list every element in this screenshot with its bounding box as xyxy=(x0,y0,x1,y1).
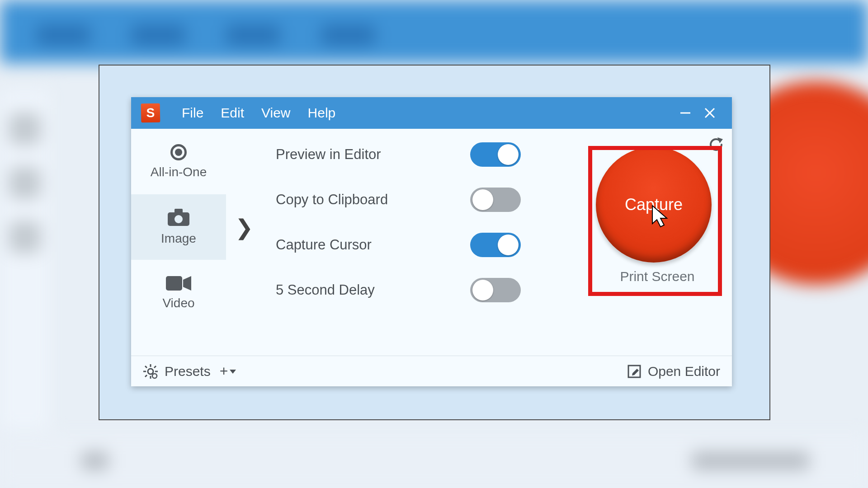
undo-icon xyxy=(707,135,726,154)
options-panel: Preview in Editor Copy to Clipboard Capt… xyxy=(226,129,583,356)
mode-all-in-one[interactable]: All-in-One xyxy=(131,129,226,194)
svg-point-5 xyxy=(175,215,183,223)
screenshot-frame: S File Edit View Help All-i xyxy=(99,65,770,420)
video-icon xyxy=(166,275,191,291)
open-editor-button[interactable]: Open Editor xyxy=(627,364,720,379)
window-minimize-button[interactable] xyxy=(673,101,698,125)
option-row: Capture Cursor xyxy=(276,230,583,259)
title-bar: S File Edit View Help xyxy=(131,97,732,129)
menu-file[interactable]: File xyxy=(182,105,203,121)
capture-button[interactable]: Capture xyxy=(596,147,712,263)
svg-point-19 xyxy=(152,374,157,378)
camera-icon xyxy=(167,209,190,227)
app-logo-icon: S xyxy=(141,103,160,123)
toggle-capture-cursor[interactable] xyxy=(470,233,521,257)
toggle-5-second-delay[interactable] xyxy=(470,278,521,302)
add-preset-button[interactable]: + xyxy=(220,363,236,380)
svg-rect-6 xyxy=(166,276,182,291)
capture-pane: Capture Print Screen xyxy=(583,129,732,356)
reset-button[interactable] xyxy=(707,135,726,156)
menu-view[interactable]: View xyxy=(261,105,290,121)
svg-point-10 xyxy=(148,369,153,374)
mode-label: Image xyxy=(161,231,196,246)
main-area: All-in-One Image ❯ Video xyxy=(131,129,732,356)
option-label: Capture Cursor xyxy=(276,237,470,253)
svg-line-18 xyxy=(145,375,147,377)
mode-image[interactable]: Image ❯ xyxy=(131,194,226,260)
option-label: Preview in Editor xyxy=(276,146,470,163)
option-row: Copy to Clipboard xyxy=(276,185,583,214)
mode-label: Video xyxy=(162,296,194,310)
open-editor-label: Open Editor xyxy=(648,364,720,379)
menu-help[interactable]: Help xyxy=(308,105,336,121)
svg-marker-20 xyxy=(230,370,236,374)
capture-hotkey-label: Print Screen xyxy=(583,269,732,284)
svg-line-15 xyxy=(145,366,147,368)
toggle-preview-in-editor[interactable] xyxy=(470,142,521,167)
settings-gear-icon[interactable] xyxy=(143,364,158,379)
svg-rect-4 xyxy=(175,209,183,213)
option-label: 5 Second Delay xyxy=(276,282,470,298)
capture-mode-sidebar: All-in-One Image ❯ Video xyxy=(131,129,226,356)
minimize-icon xyxy=(679,106,692,120)
close-icon xyxy=(703,106,717,120)
plus-icon: + xyxy=(220,363,228,380)
all-in-one-icon xyxy=(170,144,187,160)
svg-line-17 xyxy=(154,366,156,368)
capture-button-label: Capture xyxy=(625,195,683,214)
option-row: Preview in Editor xyxy=(276,140,583,169)
option-row: 5 Second Delay xyxy=(276,276,583,305)
mode-video[interactable]: Video xyxy=(131,260,226,325)
menu-edit[interactable]: Edit xyxy=(221,105,244,121)
open-editor-icon xyxy=(627,364,642,379)
caret-down-icon xyxy=(230,368,236,375)
app-window: S File Edit View Help All-i xyxy=(131,97,732,386)
window-close-button[interactable] xyxy=(698,101,722,125)
menu-bar: File Edit View Help xyxy=(182,105,335,121)
toggle-copy-to-clipboard[interactable] xyxy=(470,188,521,212)
presets-label[interactable]: Presets xyxy=(165,364,211,379)
svg-marker-7 xyxy=(183,276,191,291)
footer-bar: Presets + Open Editor xyxy=(131,356,732,386)
option-label: Copy to Clipboard xyxy=(276,192,470,208)
mode-label: All-in-One xyxy=(151,165,207,179)
